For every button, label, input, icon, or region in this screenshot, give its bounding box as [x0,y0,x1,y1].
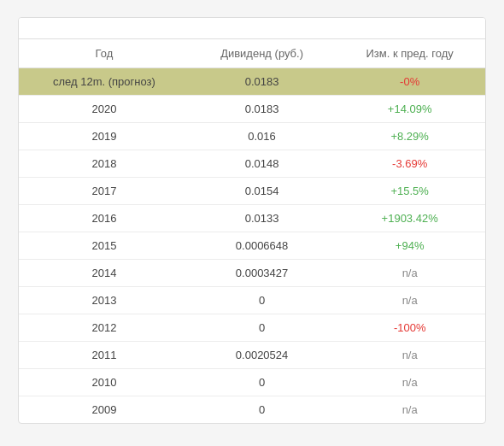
cell-year: 2013 [19,287,190,314]
cell-change: n/a [334,260,485,287]
cell-year: 2009 [19,396,190,424]
cell-change: +94% [334,232,485,260]
cell-dividend: 0.0183 [190,68,335,96]
cell-change: n/a [334,396,485,424]
cell-change: +14.09% [334,96,485,123]
cell-dividend: 0.0148 [190,150,335,178]
cell-change: +15.5% [334,178,485,205]
table-row: 20200.0183+14.09% [19,96,485,123]
cell-dividend: 0.016 [190,123,335,150]
cell-dividend: 0 [190,369,335,396]
cell-change: -0% [334,68,485,96]
table-row: 20120-100% [19,314,485,342]
cell-change: +1903.42% [334,205,485,232]
cell-year: 2020 [19,96,190,123]
cell-year: 2016 [19,205,190,232]
cell-year: 2018 [19,150,190,178]
cell-dividend: 0.0183 [190,96,335,123]
table-title [19,18,485,39]
table-row: 20140.0003427n/a [19,260,485,287]
cell-dividend: 0.0006648 [190,232,335,260]
payments-table-container: Год Дивиденд (руб.) Изм. к пред. году сл… [18,17,486,424]
cell-dividend: 0 [190,314,335,342]
cell-dividend: 0.0154 [190,178,335,205]
cell-change: -100% [334,314,485,342]
cell-dividend: 0 [190,396,335,424]
table-body: след 12m. (прогноз)0.0183-0%20200.0183+1… [19,68,485,424]
cell-dividend: 0.0003427 [190,260,335,287]
column-header-dividend: Дивиденд (руб.) [190,39,335,68]
table-row: 20160.0133+1903.42% [19,205,485,232]
table-row: след 12m. (прогноз)0.0183-0% [19,68,485,96]
column-header-change: Изм. к пред. году [334,39,485,68]
cell-year: 2011 [19,342,190,369]
table-header-row: Год Дивиденд (руб.) Изм. к пред. году [19,39,485,68]
cell-dividend: 0.0133 [190,205,335,232]
cell-dividend: 0.0020524 [190,342,335,369]
cell-year: 2010 [19,369,190,396]
table-row: 20180.0148-3.69% [19,150,485,178]
cell-year: 2012 [19,314,190,342]
cell-change: n/a [334,287,485,314]
cell-dividend: 0 [190,287,335,314]
cell-change: n/a [334,369,485,396]
cell-year: 2017 [19,178,190,205]
table-row: 20130n/a [19,287,485,314]
cell-year: 2014 [19,260,190,287]
table-row: 20150.0006648+94% [19,232,485,260]
table-row: 20170.0154+15.5% [19,178,485,205]
cell-change: -3.69% [334,150,485,178]
table-row: 20100n/a [19,369,485,396]
payments-table: Год Дивиденд (руб.) Изм. к пред. году сл… [19,39,485,423]
cell-change: n/a [334,342,485,369]
cell-year: 2015 [19,232,190,260]
column-header-year: Год [19,39,190,68]
cell-year: след 12m. (прогноз) [19,68,190,96]
table-row: 20110.0020524n/a [19,342,485,369]
table-row: 20090n/a [19,396,485,424]
cell-year: 2019 [19,123,190,150]
cell-change: +8.29% [334,123,485,150]
table-row: 20190.016+8.29% [19,123,485,150]
